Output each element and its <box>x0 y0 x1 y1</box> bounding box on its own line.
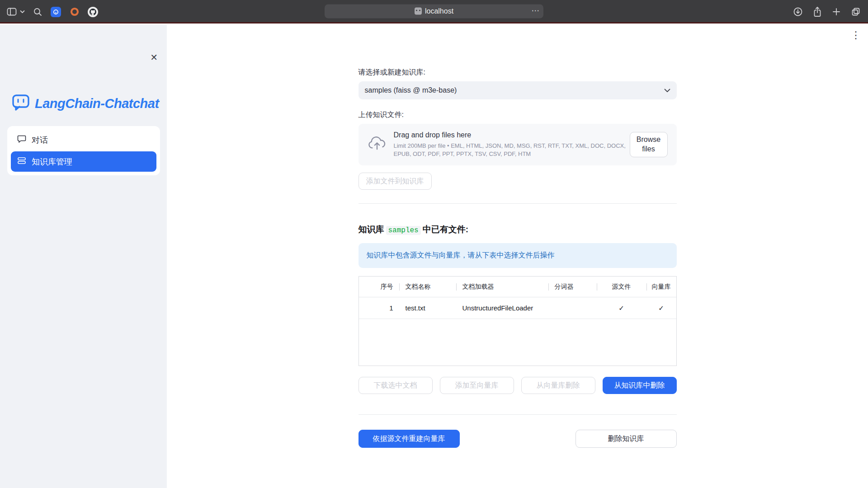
kb-select-value: samples (faiss @ m3e-base) <box>365 86 664 94</box>
toolbar-left-group <box>6 0 98 23</box>
search-icon[interactable] <box>33 7 42 17</box>
remove-from-vector-store-button[interactable]: 从向量库删除 <box>521 377 595 394</box>
app-page: ✕ LangChain-Chatchat 对话 <box>0 25 868 488</box>
sidebar-item-knowledge-base[interactable]: 知识库管理 <box>11 151 156 172</box>
address-bar[interactable]: localhost ⋯ <box>325 4 543 18</box>
divider <box>359 414 677 415</box>
content-column: 请选择或新建知识库: samples (faiss @ m3e-base) 上传… <box>359 25 677 448</box>
password-extension-icon[interactable] <box>51 7 61 17</box>
rebuild-vector-store-button[interactable]: 依据源文件重建向量库 <box>359 430 460 448</box>
files-heading-suffix: 中已有文件: <box>423 225 468 234</box>
extension-orange-icon[interactable] <box>69 7 80 17</box>
address-options-icon[interactable]: ⋯ <box>530 6 541 16</box>
browse-files-button[interactable]: Browse files <box>630 132 668 157</box>
cell-source-check: ✓ <box>597 304 646 312</box>
toolbar-right-group <box>793 0 861 23</box>
cell-vector-check: ✓ <box>646 304 676 312</box>
tab-overview-icon[interactable] <box>851 7 861 17</box>
kb-actions-row: 依据源文件重建向量库 删除知识库 <box>359 430 677 448</box>
chat-bubble-icon <box>17 135 26 145</box>
sidebar-item-dialogue[interactable]: 对话 <box>11 130 156 150</box>
dropzone-limits: Limit 200MB per file • EML, HTML, JSON, … <box>394 142 629 158</box>
table-row[interactable]: 1 test.txt UnstructuredFileLoader ✓ ✓ <box>359 297 676 319</box>
cell-filename: test.txt <box>399 304 456 312</box>
column-header[interactable]: 序号 <box>359 277 399 297</box>
kb-select-label: 请选择或新建知识库: <box>359 68 677 77</box>
new-tab-icon[interactable] <box>832 7 841 16</box>
dropzone-title: Drag and drop files here <box>394 131 629 139</box>
files-heading-prefix: 知识库 <box>359 225 384 234</box>
browser-toolbar: localhost ⋯ <box>0 0 868 23</box>
divider <box>359 203 677 204</box>
cloud-upload-icon <box>368 136 387 153</box>
kb-select[interactable]: samples (faiss @ m3e-base) <box>359 81 677 99</box>
delete-from-kb-button[interactable]: 从知识库中删除 <box>603 377 677 394</box>
screen: localhost ⋯ ✕ <box>0 0 868 488</box>
cell-index: 1 <box>359 304 399 312</box>
add-to-vector-store-button[interactable]: 添加至向量库 <box>440 377 514 394</box>
streamlit-menu-icon[interactable]: ⋮ <box>851 30 861 40</box>
browser-sidebar-toggle-icon[interactable] <box>6 7 17 17</box>
column-header[interactable]: 分词器 <box>548 277 597 297</box>
files-heading: 知识库samples中已有文件: <box>359 224 677 235</box>
app-sidebar: ✕ LangChain-Chatchat 对话 <box>0 25 167 488</box>
select-chevron-icon <box>664 86 670 94</box>
site-favicon <box>415 8 422 15</box>
knowledge-base-icon <box>17 156 26 167</box>
logo-chat-icon <box>12 94 31 113</box>
add-files-to-kb-button[interactable]: 添加文件到知识库 <box>359 173 432 190</box>
files-table-header: 序号 文档名称 文档加载器 分词器 源文件 向量库 <box>359 277 676 297</box>
share-icon[interactable] <box>813 6 822 17</box>
column-header[interactable]: 向量库 <box>646 277 676 297</box>
sidebar-close-icon[interactable]: ✕ <box>150 53 158 62</box>
column-header[interactable]: 文档加载器 <box>456 277 548 297</box>
cell-loader: UnstructuredFileLoader <box>456 304 548 312</box>
github-extension-icon[interactable] <box>88 7 98 17</box>
column-header[interactable]: 源文件 <box>597 277 646 297</box>
downloads-icon[interactable] <box>793 7 803 17</box>
file-uploader-dropzone[interactable]: Drag and drop files here Limit 200MB per… <box>359 124 677 165</box>
sidebar-item-label: 知识库管理 <box>32 156 72 167</box>
file-actions-row: 下载选中文档 添加至向量库 从向量库删除 从知识库中删除 <box>359 377 677 394</box>
files-table: 序号 文档名称 文档加载器 分词器 源文件 向量库 1 test.txt Uns… <box>359 276 677 366</box>
sidebar-nav: 对话 知识库管理 <box>7 126 160 175</box>
sidebar-item-label: 对话 <box>32 135 48 145</box>
chevron-down-icon[interactable] <box>20 10 25 14</box>
download-selected-button[interactable]: 下载选中文档 <box>359 377 433 394</box>
address-url: localhost <box>425 7 453 15</box>
kb-name-code: samples <box>386 226 421 235</box>
logo-text: LangChain-Chatchat <box>35 96 159 111</box>
delete-kb-button[interactable]: 删除知识库 <box>576 430 677 448</box>
main-area: ⋮ 请选择或新建知识库: samples (faiss @ m3e-base) … <box>167 25 868 488</box>
info-banner: 知识库中包含源文件与向量库，请从下表中选择文件后操作 <box>359 243 677 268</box>
column-header[interactable]: 文档名称 <box>399 277 456 297</box>
upload-label: 上传知识文件: <box>359 110 677 120</box>
app-logo: LangChain-Chatchat <box>12 94 159 113</box>
